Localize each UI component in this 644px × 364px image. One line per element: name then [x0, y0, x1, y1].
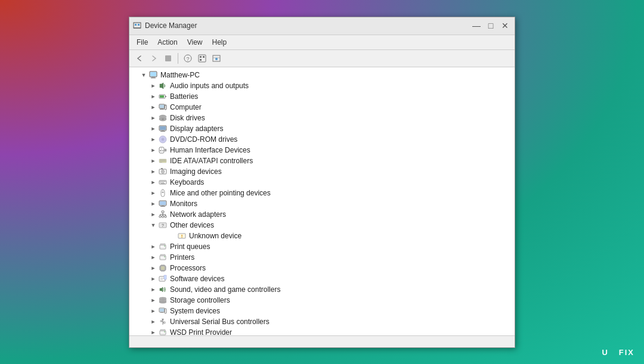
- tree-item-printqueues[interactable]: ► Print queues: [129, 241, 515, 252]
- disk-expander[interactable]: ►: [148, 113, 158, 123]
- system-expander[interactable]: ►: [148, 306, 158, 316]
- menu-file[interactable]: File: [132, 36, 153, 48]
- svg-rect-15: [150, 72, 156, 76]
- printqueues-label: Print queues: [170, 242, 210, 251]
- svg-point-115: [159, 301, 166, 303]
- tree-item-unknown[interactable]: ► ! Unknown device: [129, 231, 515, 241]
- tree-item-wsd[interactable]: ► WSD Print Provider: [129, 327, 515, 335]
- tree-item-sound[interactable]: ► Sound, video and game controllers: [129, 284, 515, 295]
- help-button[interactable]: ?: [181, 52, 194, 65]
- tree-item-dvd[interactable]: ► DVD/CD-ROM drives: [129, 134, 515, 145]
- restore-button[interactable]: □: [485, 20, 497, 32]
- tree-item-network[interactable]: ► Network adapters: [129, 209, 515, 220]
- svg-point-50: [162, 171, 163, 172]
- svg-rect-90: [160, 258, 165, 259]
- toolbar: ?: [129, 50, 515, 67]
- svg-rect-46: [160, 161, 166, 161]
- dvd-expander[interactable]: ►: [148, 135, 158, 144]
- properties-button[interactable]: [196, 52, 209, 65]
- menu-help[interactable]: Help: [208, 36, 232, 48]
- tree-item-display[interactable]: ► Display adapters: [129, 123, 515, 134]
- printqueues-expander[interactable]: ►: [148, 242, 158, 251]
- svg-point-91: [164, 256, 165, 257]
- sound-label: Sound, video and game controllers: [170, 285, 280, 294]
- audio-expander[interactable]: ►: [148, 81, 158, 91]
- tree-item-hid[interactable]: ► Human Interface Devices: [129, 145, 515, 155]
- other-expander[interactable]: ▼: [148, 220, 158, 230]
- forward-button[interactable]: [147, 52, 160, 65]
- tree-item-other[interactable]: ▼ ? Other devices: [129, 220, 515, 231]
- tree-item-imaging[interactable]: ► Imaging devices: [129, 166, 515, 177]
- sound-expander[interactable]: ►: [148, 285, 158, 294]
- view-button[interactable]: [210, 52, 223, 65]
- tree-item-storage[interactable]: ► Storage controllers: [129, 295, 515, 306]
- svg-rect-7: [199, 55, 206, 62]
- tree-item-system[interactable]: ► System devices: [129, 306, 515, 316]
- svg-rect-55: [162, 181, 163, 182]
- svg-rect-43: [165, 149, 166, 151]
- device-manager-window: Device Manager — □ ✕ File Action View He…: [129, 17, 515, 348]
- tree-item-processors[interactable]: ► Proces: [129, 263, 515, 273]
- tree-item-usb[interactable]: ► Universal Serial Bus controllers: [129, 316, 515, 327]
- display-expander[interactable]: ►: [148, 124, 158, 133]
- root-expander[interactable]: ▼: [139, 70, 148, 80]
- tree-item-keyboards[interactable]: ► Keyboards: [129, 177, 515, 188]
- storage-expander[interactable]: ►: [148, 295, 158, 305]
- ide-icon: [158, 156, 168, 166]
- svg-rect-68: [160, 206, 165, 207]
- computer-expander[interactable]: ►: [148, 102, 158, 112]
- svg-rect-72: [162, 216, 164, 217]
- mice-expander[interactable]: ►: [148, 188, 158, 198]
- status-text: [133, 338, 135, 345]
- network-expander[interactable]: ►: [148, 210, 158, 219]
- processors-expander[interactable]: ►: [148, 263, 158, 273]
- software-expander[interactable]: ►: [148, 274, 158, 284]
- close-button[interactable]: ✕: [499, 20, 511, 32]
- keyboards-expander[interactable]: ►: [148, 178, 158, 187]
- tree-item-monitors[interactable]: ► Monitors: [129, 198, 515, 209]
- keyboards-label: Keyboards: [170, 178, 204, 186]
- svg-rect-62: [161, 183, 165, 183]
- printqueues-icon: [158, 242, 168, 251]
- tree-item-computer[interactable]: ► Computer: [129, 102, 515, 113]
- minimize-button[interactable]: —: [470, 20, 482, 32]
- tree-item-ide[interactable]: ► IDE ATA/ATAPI controllers: [129, 155, 515, 166]
- svg-point-87: [164, 245, 165, 247]
- wsd-expander[interactable]: ►: [148, 328, 158, 335]
- svg-point-130: [164, 331, 165, 332]
- svg-rect-89: [160, 254, 165, 256]
- tree-item-printers[interactable]: ► Printers: [129, 252, 515, 263]
- batteries-expander[interactable]: ►: [148, 92, 158, 101]
- tree-item-batteries[interactable]: ► Batteries: [129, 91, 515, 102]
- imaging-expander[interactable]: ►: [148, 167, 158, 176]
- printers-expander[interactable]: ►: [148, 253, 158, 262]
- svg-rect-41: [160, 150, 162, 151]
- ide-expander[interactable]: ►: [148, 156, 158, 166]
- usb-expander[interactable]: ►: [148, 317, 158, 326]
- software-label: Software devices: [170, 275, 224, 283]
- stop-button[interactable]: [162, 52, 175, 65]
- monitors-expander[interactable]: ►: [148, 199, 158, 209]
- tree-item-audio[interactable]: ► Audio inputs and outputs: [129, 80, 515, 91]
- printers-icon: [158, 253, 168, 262]
- menu-action[interactable]: Action: [153, 36, 182, 48]
- hid-expander[interactable]: ►: [148, 145, 158, 155]
- tree-root[interactable]: ▼ Matthew-PC: [129, 70, 515, 80]
- back-button[interactable]: [133, 52, 146, 65]
- svg-rect-71: [165, 216, 166, 217]
- tree-item-mice[interactable]: ► Mice and other pointing devices: [129, 188, 515, 198]
- svg-marker-109: [164, 275, 166, 279]
- svg-rect-23: [160, 105, 164, 108]
- tree-item-software[interactable]: ► Software devices: [129, 273, 515, 284]
- svg-text:?: ?: [186, 56, 189, 62]
- svg-rect-0: [134, 23, 141, 28]
- tree-item-disk[interactable]: ► Disk drives: [129, 113, 515, 123]
- computer-label: Computer: [170, 103, 202, 111]
- device-tree[interactable]: ▼ Matthew-PC ► Audio i: [129, 67, 515, 335]
- svg-rect-54: [161, 181, 162, 182]
- audio-icon: [158, 81, 168, 91]
- network-label: Network adapters: [170, 210, 226, 219]
- svg-rect-9: [203, 56, 205, 58]
- imaging-label: Imaging devices: [170, 167, 222, 176]
- menu-view[interactable]: View: [182, 36, 208, 48]
